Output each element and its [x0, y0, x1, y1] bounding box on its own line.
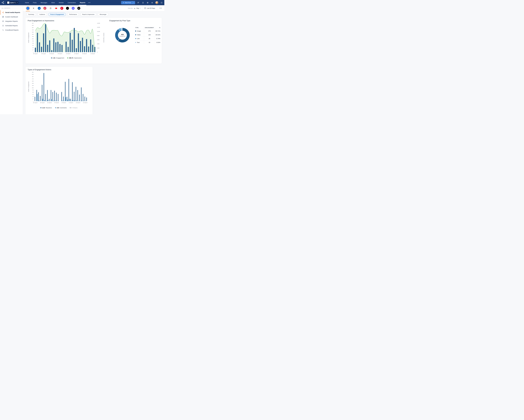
legend-label: Shares — [73, 107, 78, 109]
sidebar-section-label: ALL REPORTS — [2, 8, 10, 9]
new-post-dropdown-button[interactable]: ▾ — [132, 1, 135, 4]
actions-chart-title: Types of Engagement Actions — [28, 69, 90, 71]
legend-impressions: 266.7k Impressions — [67, 57, 82, 59]
legend-dot — [55, 107, 56, 108]
bar-chart-icon — [134, 8, 136, 9]
legend-engagement: 2.4k Engagement — [51, 57, 64, 59]
svg-text:153: 153 — [32, 81, 34, 82]
network-youtube-icon[interactable] — [55, 7, 58, 10]
legend-dot — [40, 107, 41, 108]
svg-text:187: 187 — [32, 76, 34, 77]
sidebar-item-crossbrand-reports[interactable]: CrossBrand Reports — [0, 28, 23, 32]
engagement-impressions-card: Post Engagement vs Impressions 017345168… — [25, 17, 162, 64]
svg-text:34: 34 — [33, 96, 34, 97]
sidebar-item-integration-reports[interactable]: Integration Reports — [0, 19, 23, 24]
sidebar-item-label: Custom Dashboard — [5, 16, 18, 18]
legend-value: 2.2k — [42, 107, 45, 109]
share-nodes-icon — [2, 11, 4, 13]
svg-text:25 Aug'24: 25 Aug'24 — [33, 53, 38, 54]
svg-text:22 Sep'24: 22 Sep'24 — [90, 53, 95, 54]
date-range-picker[interactable]: Last 30 Days — [142, 5, 157, 11]
tab-posts-engagement[interactable]: Posts & Engagement — [48, 13, 66, 16]
network-google-icon[interactable] — [49, 7, 52, 10]
sidebar-item-scheduled-reports[interactable]: Scheduled Reports — [0, 24, 23, 28]
network-facebook-icon[interactable]: f — [26, 7, 29, 10]
tab-summary[interactable]: Summary — [26, 13, 36, 16]
type-value: 275 — [144, 29, 155, 33]
notifications-bell-icon[interactable] — [142, 1, 144, 4]
legend-value: 215 — [57, 107, 59, 109]
svg-text:51: 51 — [33, 94, 34, 95]
queue-list-icon[interactable] — [137, 1, 140, 4]
network-tiktok-icon[interactable]: ♪ — [66, 7, 69, 10]
sidebar-item-label: Integration Reports — [5, 20, 18, 22]
type-label: Link — [137, 38, 140, 39]
network-x-twitter-icon[interactable]: X — [32, 7, 35, 10]
engagement-by-post-type-chart — [113, 26, 132, 44]
network-icons: f X in P ♪ m @ — [26, 7, 80, 10]
chevron-down-icon: ▾ — [17, 2, 17, 3]
svg-text:119: 119 — [32, 85, 34, 86]
tab-performance[interactable]: Performance — [67, 13, 79, 16]
svg-text:170: 170 — [32, 78, 34, 79]
nav-more-icon[interactable]: ••• — [87, 2, 91, 4]
sidebar-item-social-media-reports[interactable]: Social media Reports — [0, 10, 23, 15]
nav-messages[interactable]: Messages — [39, 0, 49, 5]
calendar-icon — [144, 7, 146, 9]
nav-reports[interactable]: Reports — [78, 0, 87, 5]
new-post-label: New Post — [125, 2, 131, 3]
apps-grid-icon[interactable] — [160, 1, 163, 4]
brand-logo: ✈ — [7, 1, 9, 4]
table-row: Link 26 5.74% — [134, 37, 161, 41]
type-label: Text — [137, 42, 140, 43]
legend-dot — [135, 31, 136, 32]
svg-text:29 Aug'24: 29 Aug'24 — [41, 53, 46, 54]
svg-text:0: 0 — [97, 52, 97, 53]
new-post-button[interactable]: New Post — [121, 1, 132, 4]
sidebar-item-custom-dashboard[interactable]: Custom Dashboard — [0, 15, 23, 19]
svg-text:204: 204 — [32, 74, 34, 75]
nav-connections[interactable]: Connections — [66, 0, 78, 5]
network-mastodon-icon[interactable]: m — [72, 7, 75, 10]
user-avatar[interactable] — [155, 1, 158, 4]
report-content: Summary Audience Posts & Engagement Perf… — [23, 11, 164, 114]
more-options-icon[interactable]: ••• — [157, 5, 164, 11]
post-type-section: Engagement by Post Type 453 Engagement T… — [107, 17, 164, 64]
tab-audience[interactable]: Audience — [37, 13, 47, 16]
legend-value: 266.7k — [69, 57, 73, 59]
tab-reach-impression[interactable]: Reach & Impression — [80, 13, 96, 16]
legend-comments: 215 Comments — [55, 107, 67, 109]
nav-home[interactable]: Home — [23, 0, 31, 5]
types-of-engagement-actions-chart: 01734516885102119136153170187204221Numbe… — [28, 71, 91, 106]
svg-text:14,000: 14,000 — [97, 23, 100, 24]
nav-monitor[interactable]: Monitor — [57, 0, 66, 5]
zoho-social-logo — [1, 1, 4, 4]
view-by-label: View by: — [128, 8, 133, 9]
svg-text:51: 51 — [33, 45, 34, 46]
view-by-value: Day — [136, 8, 139, 9]
network-pinterest-icon[interactable]: P — [60, 7, 63, 10]
svg-text:Number of Impressions: Number of Impressions — [103, 33, 104, 43]
main-area: f X in P ♪ m @ View by: — [23, 5, 164, 114]
svg-text:221: 221 — [32, 72, 34, 73]
svg-text:4,000: 4,000 — [97, 43, 99, 44]
brand-selector[interactable]: ✈ Zylker T... ▾ — [6, 1, 18, 4]
settings-gear-icon[interactable] — [146, 1, 149, 4]
svg-text:12,000: 12,000 — [97, 27, 100, 28]
type-label: Video — [137, 34, 140, 36]
combo-chart-legend: 2.4k Engagement 266.7k Impressions — [28, 57, 105, 59]
network-threads-icon[interactable]: @ — [77, 7, 80, 10]
network-linkedin-icon[interactable]: in — [38, 7, 41, 10]
svg-text:34: 34 — [33, 47, 34, 48]
nav-posts[interactable]: Posts — [31, 0, 39, 5]
announcement-megaphone-icon[interactable] — [151, 1, 154, 4]
svg-text:0: 0 — [33, 52, 34, 53]
dashboard-icon — [2, 16, 4, 18]
network-instagram-icon[interactable] — [44, 7, 46, 10]
tab-messenger[interactable]: Messenger — [98, 13, 108, 16]
nav-inbox[interactable]: Inbox — [49, 0, 57, 5]
legend-dot — [135, 38, 136, 39]
view-by-day-dropdown[interactable]: View by: Day ▾ — [126, 5, 142, 11]
svg-text:06 Sep'24: 06 Sep'24 — [54, 102, 59, 103]
col-engagement: ENGAGEMENT — [144, 26, 155, 29]
